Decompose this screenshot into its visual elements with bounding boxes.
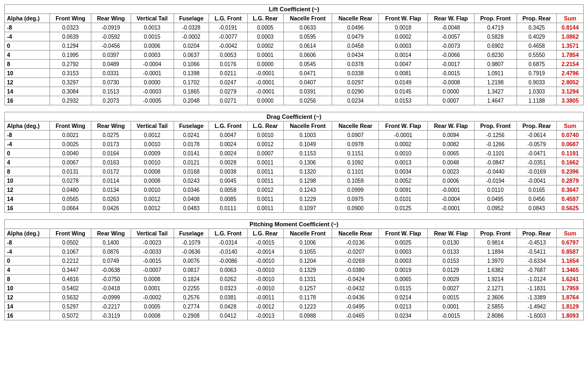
col-header-1-4: Fuselage bbox=[174, 121, 209, 131]
table-row: 100.5402-0.04180.00010.22550.0323-0.0010… bbox=[5, 284, 584, 293]
table-row: 40.19950.03970.00030.06370.00530.00010.0… bbox=[5, 51, 584, 60]
cell-1-2-11: -0.1101 bbox=[474, 149, 517, 158]
cell-0-7-7: 0.0391 bbox=[283, 87, 332, 96]
table-section-2: Pitching Moment Coefficient (~)Alpha (de… bbox=[4, 219, 584, 320]
cell-0-7-12: 1.0303 bbox=[517, 87, 557, 96]
cell-2-0-7: 0.1006 bbox=[283, 238, 332, 247]
cell-1-2-0: 0 bbox=[5, 149, 50, 158]
cell-0-8-5: 0.0271 bbox=[209, 96, 247, 105]
cell-2-2-2: 0.0749 bbox=[91, 256, 131, 266]
cell-0-2-3: 0.0006 bbox=[131, 41, 174, 51]
cell-2-4-0: 8 bbox=[5, 275, 50, 284]
cell-1-2-7: 0.1153 bbox=[283, 149, 332, 158]
cell-1-5-13: 0.2879 bbox=[557, 176, 584, 185]
cell-0-5-12: 0.7919 bbox=[517, 69, 557, 78]
cell-0-8-1: 0.2932 bbox=[49, 96, 91, 105]
cell-0-1-13: 1.0862 bbox=[557, 32, 584, 41]
cell-1-0-11: -0.1256 bbox=[474, 131, 517, 140]
cell-2-3-8: -0.0380 bbox=[332, 266, 379, 275]
cell-1-7-5: 0.0085 bbox=[209, 195, 247, 204]
cell-0-3-6: 0.0001 bbox=[247, 51, 283, 60]
cell-2-4-2: -0.0750 bbox=[91, 275, 131, 284]
cell-2-6-10: 0.0015 bbox=[428, 293, 475, 302]
col-header-2-1: Front Wing bbox=[49, 229, 91, 238]
cell-2-6-7: 0.1178 bbox=[283, 293, 332, 302]
cell-0-7-9: 0.0145 bbox=[379, 87, 428, 96]
cell-1-6-1: 0.0480 bbox=[49, 185, 91, 195]
cell-2-0-4: -0.1079 bbox=[174, 238, 209, 247]
col-header-2-10: Rear W. Flap bbox=[428, 229, 475, 238]
table-row: 120.5632-0.0999-0.00020.25760.0381-0.001… bbox=[5, 293, 584, 302]
table-section-0: Lift Coefficient (~)Alpha (deg.)Front Wi… bbox=[4, 4, 584, 105]
cell-2-0-0: -8 bbox=[5, 238, 50, 247]
cell-1-1-13: 0.0687 bbox=[557, 140, 584, 149]
cell-1-0-3: 0.0012 bbox=[131, 131, 174, 140]
cell-2-4-9: 0.0065 bbox=[379, 275, 428, 284]
table-1: Drag Coefficient (~)Alpha (deg.)Front Wi… bbox=[4, 112, 584, 213]
cell-2-7-9: 0.0213 bbox=[379, 302, 428, 311]
cell-2-6-6: -0.0011 bbox=[247, 293, 283, 302]
cell-1-7-6: 0.0011 bbox=[247, 195, 283, 204]
cell-2-2-5: -0.0086 bbox=[209, 256, 247, 266]
cell-0-5-6: -0.0001 bbox=[247, 69, 283, 78]
cell-0-3-7: 0.0606 bbox=[283, 51, 332, 60]
cell-0-5-13: 2.4796 bbox=[557, 69, 584, 78]
cell-1-1-11: -0.1266 bbox=[474, 140, 517, 149]
cell-1-2-2: 0.0164 bbox=[91, 149, 131, 158]
cell-0-5-9: 0.0081 bbox=[379, 69, 428, 78]
table-row: 80.27920.0489-0.00040.10660.01760.00000.… bbox=[5, 60, 584, 69]
cell-0-1-2: -0.0592 bbox=[91, 32, 131, 41]
cell-1-6-3: 0.0010 bbox=[131, 185, 174, 195]
cell-2-5-4: 0.2255 bbox=[174, 284, 209, 293]
cell-1-2-10: 0.0065 bbox=[428, 149, 475, 158]
cell-1-6-12: 0.0165 bbox=[517, 185, 557, 195]
cell-1-5-3: 0.0008 bbox=[131, 176, 174, 185]
cell-2-7-8: -0.0495 bbox=[332, 302, 379, 311]
cell-0-0-5: -0.0191 bbox=[209, 23, 247, 32]
cell-0-1-11: 0.5828 bbox=[474, 32, 517, 41]
cell-0-0-2: -0.0919 bbox=[91, 23, 131, 32]
cell-0-3-9: 0.0014 bbox=[379, 51, 428, 60]
cell-1-0-10: 0.0094 bbox=[428, 131, 475, 140]
cell-1-4-9: 0.0034 bbox=[379, 167, 428, 176]
cell-0-6-6: -0.0001 bbox=[247, 78, 283, 87]
cell-1-7-0: 14 bbox=[5, 195, 50, 204]
cell-2-0-8: -0.0136 bbox=[332, 238, 379, 247]
col-header-1-3: Vertical Tail bbox=[131, 121, 174, 131]
cell-1-0-1: 0.0021 bbox=[49, 131, 91, 140]
cell-2-1-7: 0.1055 bbox=[283, 247, 332, 256]
table-row: -80.0323-0.09190.0013-0.0328-0.01910.000… bbox=[5, 23, 584, 32]
cell-1-3-4: 0.0121 bbox=[174, 158, 209, 167]
cell-0-1-7: 0.0595 bbox=[283, 32, 332, 41]
cell-0-6-8: 0.0297 bbox=[332, 78, 379, 87]
cell-1-0-9: -0.0001 bbox=[379, 131, 428, 140]
cell-2-4-7: 0.1331 bbox=[283, 275, 332, 284]
cell-1-2-6: 0.0007 bbox=[247, 149, 283, 158]
cell-2-6-0: 12 bbox=[5, 293, 50, 302]
cell-0-0-3: 0.0013 bbox=[131, 23, 174, 32]
cell-1-0-7: 0.1003 bbox=[283, 131, 332, 140]
cell-1-2-3: 0.0009 bbox=[131, 149, 174, 158]
cell-2-6-1: 0.5632 bbox=[49, 293, 91, 302]
col-header-1-2: Rear Wing bbox=[91, 121, 131, 131]
cell-1-1-7: 0.1049 bbox=[283, 140, 332, 149]
cell-0-4-11: 0.9807 bbox=[474, 60, 517, 69]
cell-1-8-0: 16 bbox=[5, 204, 50, 213]
cell-0-6-7: 0.0407 bbox=[283, 78, 332, 87]
cell-0-6-0: 12 bbox=[5, 78, 50, 87]
cell-1-4-12: -0.0169 bbox=[517, 167, 557, 176]
col-header-1-5: L.G. Front bbox=[209, 121, 247, 131]
cell-2-7-2: -0.2217 bbox=[91, 302, 131, 311]
table-row: -40.0639-0.05920.0015-0.0002-0.00770.000… bbox=[5, 32, 584, 41]
cell-2-3-13: 1.3465 bbox=[557, 266, 584, 275]
col-header-1-1: Front Wing bbox=[49, 121, 91, 131]
cell-2-0-12: -0.4513 bbox=[517, 238, 557, 247]
cell-2-2-10: 0.0153 bbox=[428, 256, 475, 266]
cell-2-2-1: 0.2212 bbox=[49, 256, 91, 266]
cell-1-5-1: 0.0278 bbox=[49, 176, 91, 185]
cell-2-3-4: 0.0817 bbox=[174, 266, 209, 275]
cell-1-0-13: 0.0740 bbox=[557, 131, 584, 140]
cell-2-4-8: -0.0424 bbox=[332, 275, 379, 284]
cell-1-5-11: -0.0194 bbox=[474, 176, 517, 185]
cell-2-0-6: -0.0015 bbox=[247, 238, 283, 247]
